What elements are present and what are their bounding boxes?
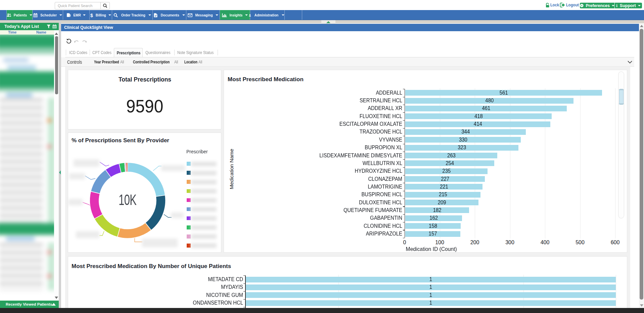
svg-text:$: $	[90, 13, 93, 18]
